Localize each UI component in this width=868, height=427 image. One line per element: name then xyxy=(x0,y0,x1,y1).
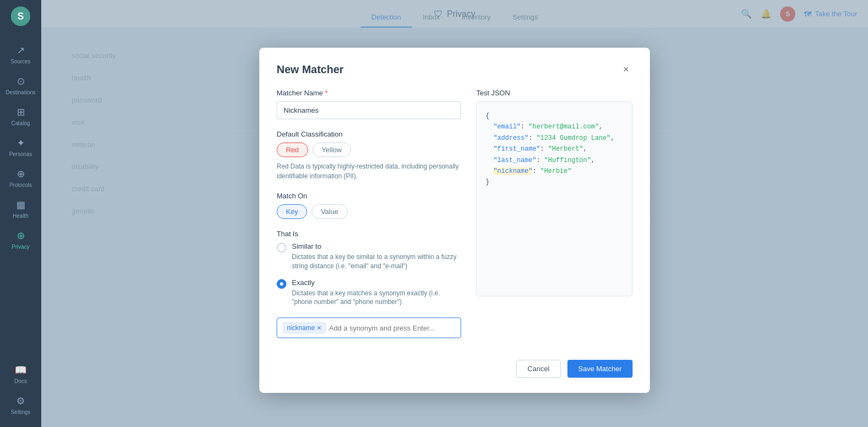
privacy-icon: ⊛ xyxy=(17,230,25,242)
classification-label: Default Classification xyxy=(277,130,461,138)
docs-icon: 📖 xyxy=(15,364,27,376)
sidebar-item-label: Catalog xyxy=(11,120,30,126)
sidebar-item-personas[interactable]: ✦ Personas xyxy=(0,132,41,163)
match-on-value-button[interactable]: Value xyxy=(311,204,347,219)
modal-body: Matcher Name * Default Classification Re… xyxy=(277,89,633,338)
classification-section: Default Classification Red Yellow Red Da… xyxy=(277,130,461,181)
close-icon[interactable]: × xyxy=(620,63,633,76)
radio-similar-label: Similar to xyxy=(292,242,461,250)
test-json-label: Test JSON xyxy=(476,89,633,97)
synonym-tag-remove[interactable]: × xyxy=(317,324,321,332)
sidebar-item-privacy[interactable]: ⊛ Privacy xyxy=(0,224,41,255)
sidebar-item-label: Privacy xyxy=(12,244,30,250)
radio-exactly: Exactly Dictates that a key matches a sy… xyxy=(277,279,461,307)
radio-similar-button[interactable] xyxy=(277,243,286,253)
new-matcher-modal: New Matcher × Matcher Name * Default Cla… xyxy=(259,48,650,393)
matcher-name-section: Matcher Name * xyxy=(277,89,461,119)
synonym-tag-text: nickname xyxy=(287,324,315,332)
sidebar-item-label: Personas xyxy=(9,151,32,157)
radio-exactly-label: Exactly xyxy=(292,279,461,287)
sidebar-item-settings[interactable]: ⚙ Settings xyxy=(0,390,41,420)
save-matcher-button[interactable]: Save Matcher xyxy=(567,360,633,378)
radio-similar-desc: Dictates that a key be similar to a syno… xyxy=(292,253,461,271)
sidebar-item-label: Health xyxy=(13,213,29,219)
modal-title: New Matcher xyxy=(277,63,343,76)
sidebar-item-protocols[interactable]: ⊕ Protocols xyxy=(0,163,41,193)
personas-icon: ✦ xyxy=(17,137,25,149)
that-is-label: That Is xyxy=(277,230,461,238)
classification-yellow-button[interactable]: Yellow xyxy=(312,143,351,157)
sidebar-item-health[interactable]: ▦ Health xyxy=(0,193,41,224)
sidebar-item-sources[interactable]: ↗ Sources xyxy=(0,39,41,70)
health-icon: ▦ xyxy=(16,199,25,211)
radio-exactly-button[interactable] xyxy=(277,279,286,289)
sidebar-item-docs[interactable]: 📖 Docs xyxy=(0,359,41,390)
that-is-section: That Is Similar to Dictates that a key b… xyxy=(277,230,461,307)
sidebar-item-catalog[interactable]: ⊞ Catalog xyxy=(0,101,41,132)
settings-icon: ⚙ xyxy=(16,395,25,407)
modal-left-panel: Matcher Name * Default Classification Re… xyxy=(277,89,461,338)
catalog-icon: ⊞ xyxy=(17,106,25,118)
main-content: 🛡 Privacy Detection Inbox Inventory Sett… xyxy=(41,0,868,427)
match-on-toggle-group: Key Value xyxy=(277,204,461,219)
radio-exactly-desc: Dictates that a key matches a synonym ex… xyxy=(292,289,461,307)
matcher-name-input[interactable] xyxy=(277,101,461,119)
sidebar-item-destinations[interactable]: ⊙ Destinations xyxy=(0,70,41,101)
test-json-panel: { "email": "herbert@mail.com", "address"… xyxy=(476,101,633,296)
sidebar-item-label: Sources xyxy=(11,59,31,64)
sidebar: S ↗ Sources ⊙ Destinations ⊞ Catalog ✦ P… xyxy=(0,0,41,427)
match-on-label: Match On xyxy=(277,192,461,200)
matcher-name-label: Matcher Name * xyxy=(277,89,461,97)
match-on-section: Match On Key Value xyxy=(277,192,461,219)
synonyms-input-container[interactable]: nickname × xyxy=(277,318,461,338)
classification-red-button[interactable]: Red xyxy=(277,143,308,157)
cancel-button[interactable]: Cancel xyxy=(516,360,560,378)
sources-icon: ↗ xyxy=(17,44,25,56)
destinations-icon: ⊙ xyxy=(17,75,25,87)
sidebar-item-label: Settings xyxy=(11,409,30,415)
classification-toggle-group: Red Yellow xyxy=(277,143,461,157)
modal-header: New Matcher × xyxy=(277,63,633,76)
classification-hint: Red Data is typically highly-restricted … xyxy=(277,161,461,181)
match-on-key-button[interactable]: Key xyxy=(277,204,307,219)
modal-footer: Cancel Save Matcher xyxy=(277,351,633,378)
modal-right-panel: Test JSON { "email": "herbert@mail.com",… xyxy=(476,89,633,338)
app-logo[interactable]: S xyxy=(11,7,30,26)
protocols-icon: ⊕ xyxy=(17,168,25,180)
synonym-tag: nickname × xyxy=(283,322,326,334)
sidebar-item-label: Docs xyxy=(15,378,27,384)
sidebar-item-label: Destinations xyxy=(5,89,35,95)
sidebar-item-label: Protocols xyxy=(9,182,32,188)
radio-similar: Similar to Dictates that a key be simila… xyxy=(277,242,461,271)
synonym-input[interactable] xyxy=(329,324,455,332)
